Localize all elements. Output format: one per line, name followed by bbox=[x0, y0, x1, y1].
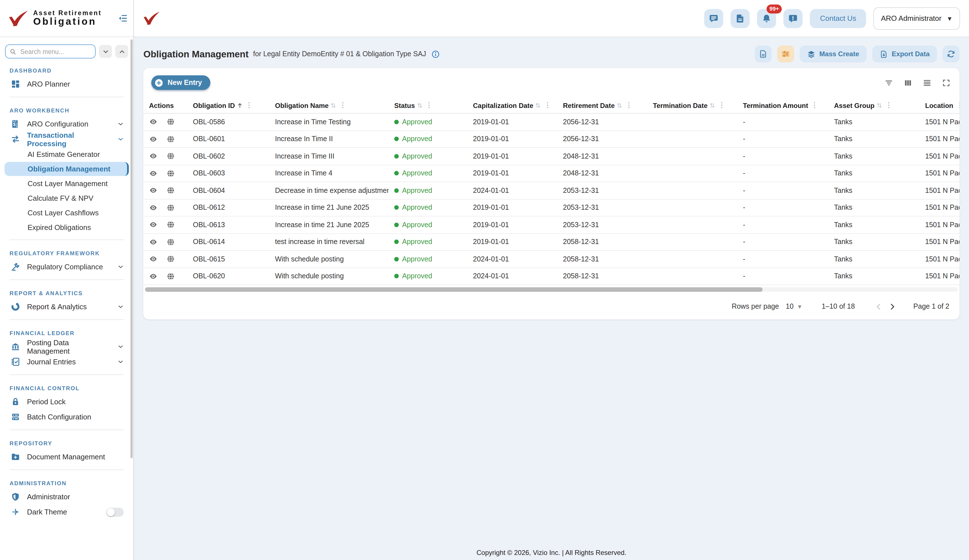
sidebar-scrollbar[interactable] bbox=[130, 39, 133, 458]
user-menu[interactable]: ARO Administrator ▼ bbox=[874, 7, 960, 30]
view-icon[interactable] bbox=[149, 221, 158, 229]
bell-button[interactable]: 99+ bbox=[757, 9, 776, 28]
fullscreen-icon[interactable] bbox=[942, 78, 951, 87]
globe-icon[interactable] bbox=[166, 169, 175, 178]
rows-per-page-select[interactable]: 10 ▼ bbox=[786, 302, 803, 310]
sort-icon[interactable] bbox=[616, 102, 623, 108]
sort-icon[interactable] bbox=[876, 102, 882, 108]
document-summary-button[interactable] bbox=[755, 45, 772, 62]
row-density-icon[interactable] bbox=[923, 78, 931, 87]
settings-sliders-button[interactable] bbox=[777, 45, 794, 62]
sidebar-item-regulatory-compliance[interactable]: Regulatory Compliance bbox=[5, 259, 129, 274]
chat-lines-button[interactable] bbox=[704, 9, 723, 28]
column-header-actions[interactable]: Actions bbox=[143, 101, 187, 110]
sidebar-subitem-expired-obligations[interactable]: Expired Obligations bbox=[5, 220, 129, 234]
table-row[interactable]: OBL-0604Decrease in time expense adjustm… bbox=[143, 182, 959, 199]
sidebar-item-administrator[interactable]: Administrator bbox=[5, 489, 129, 504]
sort-icon[interactable] bbox=[709, 102, 715, 108]
collapse-sidebar-icon[interactable] bbox=[118, 13, 128, 23]
next-page-button[interactable] bbox=[885, 300, 899, 313]
view-icon[interactable] bbox=[149, 135, 158, 143]
column-menu-icon[interactable]: ⋮ bbox=[718, 102, 725, 109]
column-header-termination-amount[interactable]: Termination Amount⋮ bbox=[737, 101, 828, 110]
column-menu-icon[interactable]: ⋮ bbox=[956, 102, 959, 109]
sidebar-item-transactional-processing[interactable]: Transactional Processing bbox=[5, 131, 129, 147]
document-button[interactable] bbox=[731, 9, 750, 28]
column-header-obligation-name[interactable]: Obligation Name⋮ bbox=[270, 101, 389, 110]
contact-us-button[interactable]: Contact Us bbox=[810, 9, 866, 28]
mass-create-button[interactable]: Mass Create bbox=[800, 45, 866, 62]
new-entry-button[interactable]: New Entry bbox=[151, 75, 210, 90]
globe-icon[interactable] bbox=[166, 238, 175, 246]
sort-icon[interactable] bbox=[330, 102, 336, 108]
sidebar-subitem-calculate-fv-npv[interactable]: Calculate FV & NPV bbox=[5, 191, 129, 205]
column-header-obligation-id[interactable]: Obligation ID⋮ bbox=[187, 101, 270, 110]
view-icon[interactable] bbox=[149, 118, 158, 126]
table-row[interactable]: OBL-0613Increase in time 21 June 2025App… bbox=[143, 216, 959, 234]
sidebar-item-journal-entries[interactable]: Journal Entries bbox=[5, 354, 129, 369]
globe-icon[interactable] bbox=[166, 135, 175, 143]
sidebar-item-aro-configuration[interactable]: $ARO Configuration bbox=[5, 116, 129, 131]
view-icon[interactable] bbox=[149, 152, 158, 161]
sidebar-subitem-cost-layer-cashflows[interactable]: Cost Layer Cashflows bbox=[5, 206, 129, 220]
globe-icon[interactable] bbox=[166, 152, 175, 161]
globe-icon[interactable] bbox=[166, 186, 175, 195]
column-menu-icon[interactable]: ⋮ bbox=[425, 102, 433, 109]
dark-theme-toggle[interactable] bbox=[106, 507, 124, 517]
table-row[interactable]: OBL-0612Increase in time 21 June 2025App… bbox=[143, 199, 959, 216]
previous-page-button[interactable] bbox=[872, 300, 885, 313]
table-row[interactable]: OBL-0601Increase In Time IIApproved2019-… bbox=[143, 131, 959, 148]
column-menu-icon[interactable]: ⋮ bbox=[340, 102, 346, 109]
column-menu-icon[interactable]: ⋮ bbox=[811, 102, 818, 109]
column-header-termination-date[interactable]: Termination Date⋮ bbox=[647, 101, 737, 110]
sidebar-subitem-obligation-management[interactable]: Obligation Management bbox=[5, 162, 129, 176]
globe-icon[interactable] bbox=[166, 272, 175, 281]
table-row[interactable]: OBL-0602Increase in Time IIIApproved2019… bbox=[143, 148, 959, 165]
sidebar-subitem-cost-layer-management[interactable]: Cost Layer Management bbox=[5, 176, 129, 191]
search-prev-button[interactable] bbox=[115, 45, 128, 58]
sidebar-subitem-ai-estimate-generator[interactable]: AI Estimate Generator bbox=[5, 147, 129, 161]
column-header-asset-group[interactable]: Asset Group⋮ bbox=[828, 101, 919, 110]
view-icon[interactable] bbox=[149, 255, 158, 263]
view-icon[interactable] bbox=[149, 238, 158, 246]
table-row[interactable]: OBL-0614test increase in time reversalAp… bbox=[143, 234, 959, 251]
table-row[interactable]: OBL-0615With schedule postingApproved202… bbox=[143, 251, 959, 268]
globe-icon[interactable] bbox=[166, 255, 175, 263]
view-icon[interactable] bbox=[149, 272, 158, 281]
view-icon[interactable] bbox=[149, 186, 158, 195]
search-next-button[interactable] bbox=[99, 45, 112, 58]
sidebar-item-period-lock[interactable]: Period Lock bbox=[5, 394, 129, 409]
columns-icon[interactable] bbox=[904, 78, 912, 87]
column-menu-icon[interactable]: ⋮ bbox=[245, 102, 253, 109]
sidebar-item-aro-planner[interactable]: ARO Planner bbox=[5, 76, 129, 91]
refresh-button[interactable] bbox=[942, 45, 959, 62]
column-menu-icon[interactable]: ⋮ bbox=[544, 102, 551, 109]
column-menu-icon[interactable]: ⋮ bbox=[885, 102, 892, 109]
globe-icon[interactable] bbox=[166, 221, 175, 229]
export-data-button[interactable]: Export Data bbox=[872, 45, 937, 62]
sidebar-item-document-management[interactable]: Document Management bbox=[5, 449, 129, 464]
sort-icon[interactable] bbox=[535, 102, 541, 108]
table-row[interactable]: OBL-0620With schedule postingApproved202… bbox=[143, 268, 959, 285]
globe-icon[interactable] bbox=[166, 118, 175, 126]
search-box[interactable] bbox=[5, 45, 96, 58]
globe-icon[interactable] bbox=[166, 204, 175, 212]
horizontal-scrollbar-thumb[interactable] bbox=[145, 287, 763, 292]
column-header-status[interactable]: Status⋮ bbox=[389, 101, 467, 110]
sidebar-item-posting-data-management[interactable]: Posting Data Management bbox=[5, 339, 129, 354]
sort-ascending-icon[interactable] bbox=[236, 102, 243, 108]
view-icon[interactable] bbox=[149, 169, 158, 178]
feedback-button[interactable] bbox=[783, 9, 803, 28]
column-header-capitalization-date[interactable]: Capitalization Date⋮ bbox=[467, 101, 557, 110]
search-input[interactable] bbox=[19, 48, 91, 55]
sidebar-item-batch-configuration[interactable]: Batch Configuration bbox=[5, 409, 129, 424]
filter-icon[interactable] bbox=[885, 78, 893, 87]
view-icon[interactable] bbox=[149, 204, 158, 212]
sidebar-item-dark-theme[interactable]: Dark Theme bbox=[5, 504, 129, 520]
table-row[interactable]: OBL-0603Increase in Time 4Approved2019-0… bbox=[143, 165, 959, 182]
column-menu-icon[interactable]: ⋮ bbox=[625, 102, 633, 109]
info-icon[interactable] bbox=[431, 50, 440, 58]
column-header-retirement-date[interactable]: Retirement Date⋮ bbox=[557, 101, 647, 110]
sort-icon[interactable] bbox=[416, 102, 423, 108]
column-header-location[interactable]: Location⋮ bbox=[919, 101, 959, 110]
